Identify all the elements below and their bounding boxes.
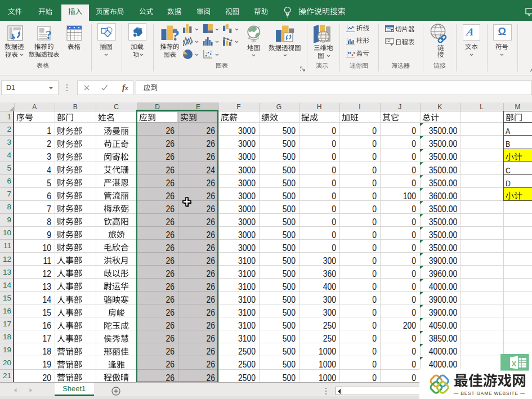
svg-text:X: X bbox=[511, 360, 516, 368]
